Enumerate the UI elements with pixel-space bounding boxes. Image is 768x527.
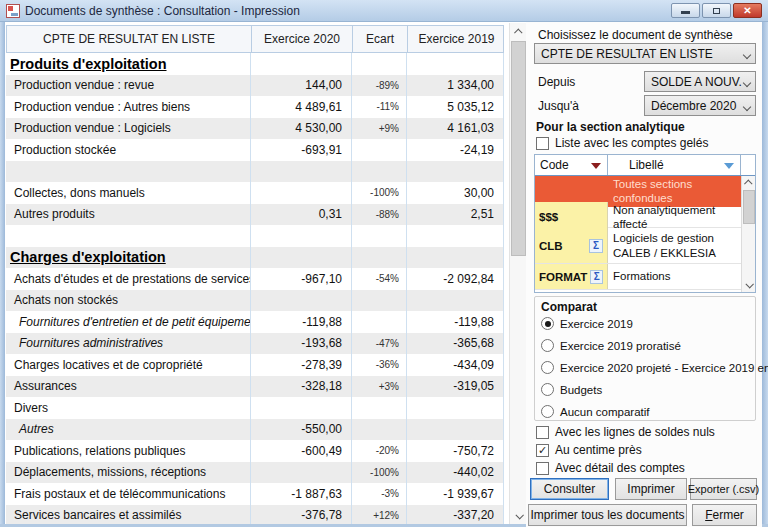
depuis-select[interactable]: SOLDE A NOUV. (644, 71, 756, 92)
table-row: Collectes, dons manuels-100%30,00 (6, 182, 504, 204)
sort-arrow-icon[interactable] (724, 163, 734, 169)
table-row: Publications, relations publiques-600,49… (6, 440, 504, 462)
sigma-icon[interactable]: Σ (590, 270, 603, 284)
value-exercice-2019: -119,88 (407, 311, 504, 333)
maximize-button[interactable] (702, 3, 731, 18)
value-exercice-2019: 30,00 (407, 182, 504, 204)
row-label: Assurances (6, 376, 251, 398)
comparat-title: Comparat (541, 300, 597, 314)
table-row: Production vendue : Autres biens4 489,61… (6, 96, 504, 118)
row-label: Divers (6, 397, 251, 419)
document-select-value: CPTE DE RESULTAT EN LISTE (541, 47, 713, 61)
value-exercice-2019: -434,09 (407, 354, 504, 376)
comptes-geles-label: Liste avec les comptes gelés (555, 136, 708, 150)
row-label: Produits d'exploitation (6, 53, 251, 75)
scroll-up-icon[interactable] (510, 23, 527, 40)
comparat-radio-2[interactable]: Exercice 2019 proratisé (541, 339, 681, 352)
value-exercice-2020: -1 887,63 (251, 483, 352, 505)
value-ecart: -3% (352, 483, 407, 505)
minimize-button[interactable] (671, 3, 700, 18)
radio-label: Exercice 2019 proratisé (560, 340, 681, 352)
value-exercice-2020: -119,88 (251, 311, 352, 333)
table-row: Produits d'exploitation (6, 53, 504, 75)
consulter-button[interactable]: Consulter (530, 478, 609, 500)
section-row[interactable]: FORMATΣFormations (535, 264, 741, 290)
value-exercice-2019 (407, 397, 504, 419)
row-label: Collectes, dons manuels (6, 182, 251, 204)
value-ecart: -36% (352, 354, 407, 376)
main-scrollbar[interactable] (509, 23, 526, 524)
option-checkbox-3[interactable]: Avec détail des comptes (536, 461, 685, 475)
table-row: Fournitures d'entretien et de petit équi… (6, 311, 504, 333)
value-exercice-2019: -337,20 (407, 505, 504, 525)
value-exercice-2020 (251, 462, 352, 484)
header-exercice-2019: Exercice 2019 (408, 26, 505, 52)
libelle-header[interactable]: Libellé (608, 155, 741, 175)
titlebar: Documents de synthèse : Consultation - I… (0, 0, 768, 22)
value-exercice-2020: -278,39 (251, 354, 352, 376)
section-code: FORMATΣ (535, 264, 608, 289)
section-row[interactable]: Toutes sections confondues (535, 176, 741, 202)
jusqua-select-value: Décembre 2020 (651, 99, 736, 113)
sigma-icon[interactable]: Σ (589, 239, 603, 253)
section-libelle: Logiciels de gestion CALEB / EKKLESIA (608, 228, 741, 263)
fermer-button[interactable]: Fermer (692, 504, 757, 526)
scrollbar-thumb[interactable] (743, 190, 755, 224)
table-row: Charges d'exploitation (6, 247, 504, 269)
value-exercice-2020 (251, 182, 352, 204)
table-row: Frais postaux et de télécommunications-1… (6, 483, 504, 505)
value-exercice-2019: -319,05 (407, 376, 504, 398)
sort-arrow-icon[interactable] (591, 163, 601, 169)
value-ecart: -100% (352, 462, 407, 484)
value-exercice-2019: 2,51 (407, 204, 504, 226)
depuis-select-value: SOLDE A NOUV. (651, 75, 742, 89)
table-row (6, 161, 504, 183)
value-exercice-2020: 4 489,61 (251, 96, 352, 118)
result-table-header: CPTE DE RESULTAT EN LISTE Exercice 2020 … (6, 25, 504, 53)
exporter-csv-button[interactable]: Exporter (.csv) (690, 478, 757, 500)
scroll-down-icon[interactable] (510, 507, 527, 524)
comptes-geles-checkbox[interactable]: Liste avec les comptes gelés (536, 136, 708, 150)
table-row: Déplacements, missions, réceptions-100%-… (6, 462, 504, 484)
option-checkbox-1[interactable]: Avec les lignes de soldes nuls (536, 425, 715, 439)
row-label: Charges d'exploitation (6, 247, 251, 269)
radio-label: Exercice 2019 (560, 318, 633, 330)
section-row[interactable]: CLBΣLogiciels de gestion CALEB / EKKLESI… (535, 228, 741, 264)
value-ecart: +9% (352, 118, 407, 140)
value-exercice-2019: 5 035,12 (407, 96, 504, 118)
row-label (6, 225, 251, 247)
code-header[interactable]: Code (535, 155, 608, 175)
sections-scrollbar[interactable] (741, 176, 755, 292)
document-select[interactable]: CPTE DE RESULTAT EN LISTE (534, 43, 756, 64)
checkbox-label: Avec détail des comptes (555, 461, 685, 475)
row-label: Production vendue : Logiciels (6, 118, 251, 140)
jusqua-label: Jusqu'à (538, 99, 579, 113)
scrollbar-thumb[interactable] (511, 41, 526, 256)
comparat-radio-4[interactable]: Budgets (541, 383, 602, 396)
chevron-down-icon (743, 103, 751, 111)
section-libelle: Formations (608, 264, 741, 289)
comparat-radio-1[interactable]: Exercice 2019 (541, 317, 633, 330)
scroll-down-icon[interactable] (742, 278, 756, 292)
table-row: Services bancaires et assimilés-376,78+1… (6, 505, 504, 525)
row-label: Production vendue : Autres biens (6, 96, 251, 118)
imprimer-tous-button[interactable]: Imprimer tous les documents (528, 504, 687, 526)
comparat-radio-3[interactable]: Exercice 2020 projeté - Exercice 2019 en… (541, 361, 768, 374)
close-button[interactable]: ✕ (733, 3, 762, 18)
row-label: Production vendue : revue (6, 75, 251, 97)
section-row[interactable]: $$$Non analytiquement affecté (535, 202, 741, 228)
row-label: Frais postaux et de télécommunications (6, 483, 251, 505)
row-label: Publications, relations publiques (6, 440, 251, 462)
table-row: Charges locatives et de copropriété-278,… (6, 354, 504, 376)
table-row: Production vendue : Logiciels4 530,00+9%… (6, 118, 504, 140)
jusqua-select[interactable]: Décembre 2020 (644, 95, 756, 116)
imprimer-button[interactable]: Imprimer (615, 478, 687, 500)
value-exercice-2019: 1 334,00 (407, 75, 504, 97)
scroll-up-icon[interactable] (742, 176, 756, 190)
value-ecart: -88% (352, 204, 407, 226)
row-label: Fournitures administratives (6, 333, 251, 355)
option-checkbox-2[interactable]: ✓Au centime près (536, 443, 642, 457)
value-exercice-2020: -550,00 (251, 419, 352, 441)
comparat-radio-5[interactable]: Aucun comparatif (541, 405, 650, 418)
value-ecart: -89% (352, 75, 407, 97)
